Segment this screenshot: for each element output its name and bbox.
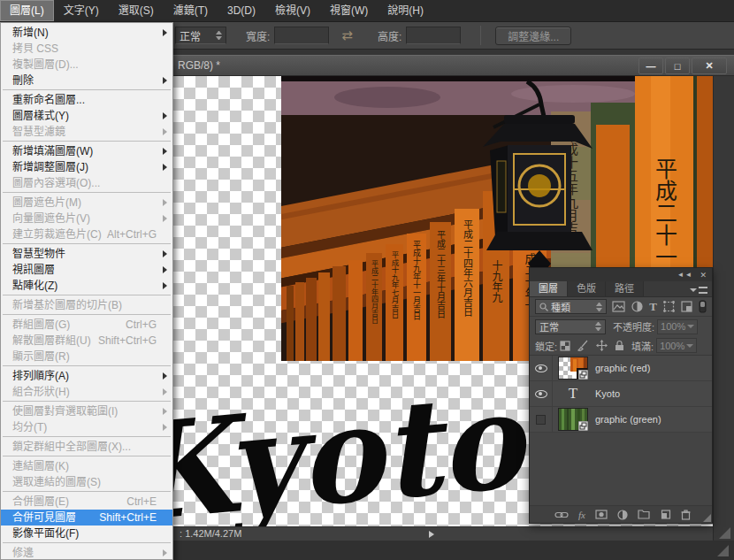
status-expand-icon[interactable] xyxy=(429,531,434,538)
add-layer-mask-icon[interactable] xyxy=(595,510,608,519)
menubar-item-help[interactable]: 說明(H) xyxy=(378,0,433,21)
tab-paths[interactable]: 路徑 xyxy=(606,281,644,296)
minimize-button[interactable]: — xyxy=(638,58,663,74)
filter-shape-layers-icon[interactable] xyxy=(663,301,675,312)
menu-item-show-layers[interactable]: 顯示圖層(R) xyxy=(1,349,172,364)
width-label: 寬度: xyxy=(246,28,270,43)
menu-item-rasterize[interactable]: 點陣化(Z) xyxy=(1,278,172,294)
filter-smart-objects-icon[interactable] xyxy=(681,301,692,312)
blend-mode-select[interactable]: 正常 xyxy=(535,319,606,334)
add-adjustment-layer-icon[interactable] xyxy=(617,510,628,520)
filter-adjustment-layers-icon[interactable] xyxy=(631,301,643,312)
layer-row-graphic-red[interactable]: graphic (red) xyxy=(530,356,712,381)
menu-item-smart-filter[interactable]: 智慧型濾鏡 xyxy=(1,124,172,140)
menu-item-layer-mask[interactable]: 圖層遮色片(M) xyxy=(1,195,172,211)
filter-type-select[interactable]: 種類 xyxy=(535,299,607,314)
collapse-panel-icon[interactable]: ◄◄ xyxy=(677,271,693,279)
window-controls: — □ ✕ xyxy=(637,58,727,74)
visibility-cell[interactable] xyxy=(530,381,553,406)
new-layer-icon[interactable] xyxy=(660,510,671,520)
panel-resize-grip-icon[interactable] xyxy=(703,514,711,522)
menu-item-combine-shapes[interactable]: 組合形狀(H) xyxy=(1,384,172,400)
menu-item-group-layers[interactable]: 群組圖層(G)Ctrl+G xyxy=(1,317,172,333)
layer-thumbnail[interactable] xyxy=(558,408,588,431)
panel-menu-icon[interactable] xyxy=(690,287,707,294)
lock-all-icon[interactable] xyxy=(615,340,624,351)
layer-row-kyoto[interactable]: T Kyoto xyxy=(530,381,712,407)
submenu-arrow-icon xyxy=(163,164,167,171)
filter-pixel-layers-icon[interactable] xyxy=(612,301,625,312)
resize-grip-icon[interactable] xyxy=(719,527,730,539)
menubar-item-filter[interactable]: 濾鏡(T) xyxy=(164,0,218,21)
options-blend-select[interactable]: 正常 xyxy=(175,27,226,44)
menubar-item-3d[interactable]: 3D(D) xyxy=(218,0,265,21)
menu-item-rename-layer[interactable]: 重新命名圖層... xyxy=(1,92,172,108)
menubar-item-select[interactable]: 選取(S) xyxy=(109,0,164,21)
menu-item-arrange[interactable]: 排列順序(A) xyxy=(1,368,172,384)
panel-header: ◄◄ ✕ xyxy=(530,268,712,281)
menu-item-flatten-image[interactable]: 影像平面化(F) xyxy=(1,525,172,541)
submenu-arrow-icon xyxy=(163,29,167,36)
lock-transparency-icon[interactable] xyxy=(560,341,570,351)
menu-item-lock-all-layers-in-group[interactable]: 鎖定群組中全部圖層(X)... xyxy=(1,439,172,455)
swap-dimensions-icon[interactable]: ⇄ xyxy=(341,27,353,43)
menu-item-delete[interactable]: 刪除 xyxy=(1,73,172,88)
menu-item-link-layers[interactable]: 連結圖層(K) xyxy=(1,458,172,474)
submenu-arrow-icon xyxy=(163,128,167,135)
delete-layer-trash-icon[interactable] xyxy=(681,510,691,520)
lock-move-icon[interactable] xyxy=(596,340,608,351)
visibility-cell[interactable] xyxy=(530,356,553,380)
menu-item-create-clipping-mask[interactable]: 建立剪裁遮色片(C)Alt+Ctrl+G xyxy=(1,226,172,242)
submenu-arrow-icon xyxy=(163,112,167,119)
lock-paint-brush-icon[interactable] xyxy=(577,340,589,351)
menubar-item-layer[interactable]: 圖層(L) xyxy=(0,0,54,21)
menu-item-video-layers[interactable]: 視訊圖層 xyxy=(1,262,172,278)
menu-item-new-fill-layer[interactable]: 新增填滿圖層(W) xyxy=(1,143,172,159)
menu-item-merge-visible[interactable]: 合併可見圖層Shift+Ctrl+E xyxy=(1,510,172,525)
menu-item-layer-content-options[interactable]: 圖層內容選項(O)... xyxy=(1,175,172,191)
menu-item-duplicate-layer[interactable]: 複製圖層(D)... xyxy=(1,57,172,73)
tab-layers[interactable]: 圖層 xyxy=(530,281,568,296)
menu-item-select-linked-layers[interactable]: 選取連結的圖層(S) xyxy=(1,474,172,490)
menu-item-merge-layers[interactable]: 合併圖層(E)Ctrl+E xyxy=(1,494,172,510)
refine-edge-button[interactable]: 調整邊緣... xyxy=(495,27,571,45)
lock-label: 鎖定: xyxy=(535,339,557,353)
link-layers-icon[interactable] xyxy=(554,510,569,519)
menu-item-distribute[interactable]: 均分(T) xyxy=(1,419,172,435)
maximize-button[interactable]: □ xyxy=(665,58,690,74)
window-resize-grip-icon[interactable] xyxy=(717,545,729,556)
type-layer-icon[interactable]: T xyxy=(558,385,588,403)
close-panel-icon[interactable]: ✕ xyxy=(700,271,707,280)
kanji-column: 平成十九年七月吉日 xyxy=(390,251,399,319)
menu-item-new-adjustment-layer[interactable]: 新增調整圖層(J) xyxy=(1,159,172,175)
submenu-arrow-icon xyxy=(163,408,167,415)
menu-item-ungroup-layers[interactable]: 解散圖層群組(U)Shift+Ctrl+G xyxy=(1,333,172,349)
menubar-item-type[interactable]: 文字(Y) xyxy=(54,0,109,21)
menu-item-layer-style[interactable]: 圖層樣式(Y) xyxy=(1,108,172,124)
menubar-item-window[interactable]: 視窗(W) xyxy=(320,0,378,21)
menu-item-new[interactable]: 新增(N) xyxy=(1,25,172,41)
opacity-value-box[interactable]: 100% xyxy=(657,319,698,334)
layer-thumbnail[interactable] xyxy=(558,357,588,380)
close-button[interactable]: ✕ xyxy=(692,58,727,74)
visibility-cell[interactable] xyxy=(530,407,553,432)
menu-item-align-layers-to-selection[interactable]: 使圖層對齊選取範圍(I) xyxy=(1,403,172,419)
width-input[interactable] xyxy=(274,27,329,44)
filter-toggle-switch[interactable] xyxy=(699,300,707,313)
filter-icons: T xyxy=(612,300,707,314)
tab-channels[interactable]: 色版 xyxy=(568,281,606,296)
filter-type-layers-icon[interactable]: T xyxy=(649,300,657,314)
fill-value-box[interactable]: 100% xyxy=(656,338,697,353)
menu-item-smart-objects[interactable]: 智慧型物件 xyxy=(1,246,172,262)
menu-item-copy-css[interactable]: 拷貝 CSS xyxy=(1,41,172,57)
layer-style-fx-icon[interactable]: fx xyxy=(578,510,585,520)
menu-item-new-layer-based-slice[interactable]: 新增基於圖層的切片(B) xyxy=(1,297,172,313)
layer-name: Kyoto xyxy=(595,388,620,399)
new-group-folder-icon[interactable] xyxy=(638,510,650,519)
menubar-item-view[interactable]: 檢視(V) xyxy=(265,0,320,21)
layer-row-graphic-green[interactable]: graphic (green) xyxy=(530,407,712,433)
height-input[interactable] xyxy=(406,27,461,44)
menu-item-matting[interactable]: 修邊 xyxy=(1,545,172,560)
menu-item-vector-mask[interactable]: 向量圖遮色片(V) xyxy=(1,211,172,226)
status-text: : 1.42M/4.27M xyxy=(180,527,241,541)
